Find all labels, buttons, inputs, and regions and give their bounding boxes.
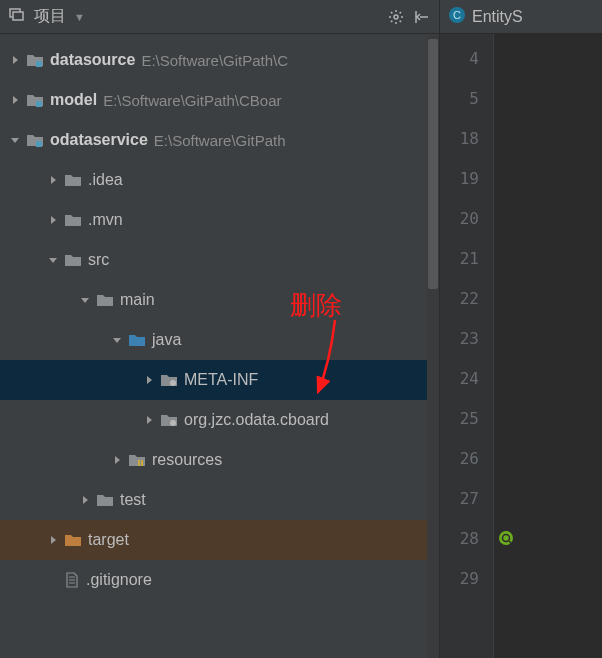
tree-label: org.jzc.odata.cboard [184, 411, 329, 429]
tree-label: datasource [50, 51, 135, 69]
tree-label: test [120, 491, 146, 509]
expand-arrow-icon[interactable] [8, 53, 22, 67]
tree-item-odataservice[interactable]: odataserviceE:\Software\GitPath [0, 120, 439, 160]
svg-rect-9 [141, 460, 143, 466]
line-number: 20 [440, 198, 493, 238]
tree-path: E:\Software\GitPath\CBoar [103, 92, 281, 109]
tree-label: java [152, 331, 181, 349]
editor-tab-label[interactable]: EntityS [472, 8, 523, 26]
svg-rect-3 [36, 61, 42, 67]
tree-item-test[interactable]: test [0, 480, 439, 520]
tree-label: .idea [88, 171, 123, 189]
module-icon [26, 132, 44, 148]
dropdown-icon[interactable]: ▼ [74, 11, 85, 23]
project-tool-window: 项目 ▼ datasourceE:\Software\GitPath\Cmode… [0, 0, 440, 658]
tree-label: odataservice [50, 131, 148, 149]
expand-arrow-icon[interactable] [142, 413, 156, 427]
line-number: 19 [440, 158, 493, 198]
tree-item--mvn[interactable]: .mvn [0, 200, 439, 240]
project-toolbar: 项目 ▼ [0, 0, 439, 34]
line-number: 21 [440, 238, 493, 278]
expand-arrow-icon[interactable] [46, 213, 60, 227]
expand-arrow-icon[interactable] [46, 173, 60, 187]
expand-arrow-icon[interactable] [46, 253, 60, 267]
class-icon: C [448, 6, 466, 27]
tree-label: model [50, 91, 97, 109]
tree-label: main [120, 291, 155, 309]
resources-icon [128, 452, 146, 468]
project-icon [8, 6, 26, 27]
expand-arrow-icon[interactable] [78, 293, 92, 307]
editor-tabs: C EntityS [440, 0, 602, 34]
blue-icon [96, 492, 114, 508]
tree-item-target[interactable]: target [0, 520, 439, 560]
svg-text:C: C [453, 9, 461, 21]
module-icon [26, 52, 44, 68]
line-number: 24 [440, 358, 493, 398]
tree-item--idea[interactable]: .idea [0, 160, 439, 200]
editor-body: 45181920212223242526272829 [440, 34, 602, 658]
orange-icon [64, 532, 82, 548]
gray-icon [64, 212, 82, 228]
java-src-icon [128, 332, 146, 348]
svg-rect-1 [13, 12, 23, 20]
tree-label: META-INF [184, 371, 258, 389]
line-number: 29 [440, 558, 493, 598]
tree-label: .mvn [88, 211, 123, 229]
blue-icon [64, 252, 82, 268]
gutter-marker-icon[interactable] [497, 529, 515, 547]
tree-item--gitignore[interactable]: .gitignore [0, 560, 439, 600]
expand-arrow-icon [46, 573, 60, 587]
line-number: 26 [440, 438, 493, 478]
tree-label: target [88, 531, 129, 549]
tree-path: E:\Software\GitPath [154, 132, 286, 149]
module-icon [26, 92, 44, 108]
tree-item-src[interactable]: src [0, 240, 439, 280]
tree-item-resources[interactable]: resources [0, 440, 439, 480]
project-title[interactable]: 项目 [34, 6, 66, 27]
package-icon [160, 412, 178, 428]
tree-label: resources [152, 451, 222, 469]
gear-icon[interactable] [387, 8, 405, 26]
tree-item-java[interactable]: java [0, 320, 439, 360]
line-number: 28 [440, 518, 493, 558]
expand-arrow-icon[interactable] [46, 533, 60, 547]
line-number: 25 [440, 398, 493, 438]
line-number: 27 [440, 478, 493, 518]
expand-arrow-icon[interactable] [110, 453, 124, 467]
line-number: 4 [440, 38, 493, 78]
svg-point-7 [170, 420, 176, 426]
svg-point-2 [394, 15, 398, 19]
expand-arrow-icon[interactable] [110, 333, 124, 347]
scrollbar[interactable] [427, 35, 439, 658]
tree-path: E:\Software\GitPath\C [141, 52, 288, 69]
gray-icon [64, 172, 82, 188]
tree-label: .gitignore [86, 571, 152, 589]
editor-panel: C EntityS 45181920212223242526272829 [440, 0, 602, 658]
svg-point-6 [170, 380, 176, 386]
file-icon [64, 572, 80, 588]
tree-item-meta-inf[interactable]: META-INF [0, 360, 439, 400]
expand-arrow-icon[interactable] [78, 493, 92, 507]
tree-item-model[interactable]: modelE:\Software\GitPath\CBoar [0, 80, 439, 120]
expand-arrow-icon[interactable] [142, 373, 156, 387]
line-number: 23 [440, 318, 493, 358]
svg-rect-8 [138, 460, 140, 466]
tree-item-main[interactable]: main [0, 280, 439, 320]
collapse-icon[interactable] [413, 8, 431, 26]
line-number: 22 [440, 278, 493, 318]
line-gutter: 45181920212223242526272829 [440, 34, 494, 658]
line-number: 18 [440, 118, 493, 158]
svg-rect-5 [36, 141, 42, 147]
svg-rect-4 [36, 101, 42, 107]
tree-item-datasource[interactable]: datasourceE:\Software\GitPath\C [0, 40, 439, 80]
editor-content[interactable] [494, 34, 602, 658]
package-icon [160, 372, 178, 388]
project-tree[interactable]: datasourceE:\Software\GitPath\CmodelE:\S… [0, 34, 439, 658]
tree-label: src [88, 251, 109, 269]
blue-icon [96, 292, 114, 308]
line-number: 5 [440, 78, 493, 118]
expand-arrow-icon[interactable] [8, 133, 22, 147]
tree-item-org-jzc-odata-cboard[interactable]: org.jzc.odata.cboard [0, 400, 439, 440]
expand-arrow-icon[interactable] [8, 93, 22, 107]
